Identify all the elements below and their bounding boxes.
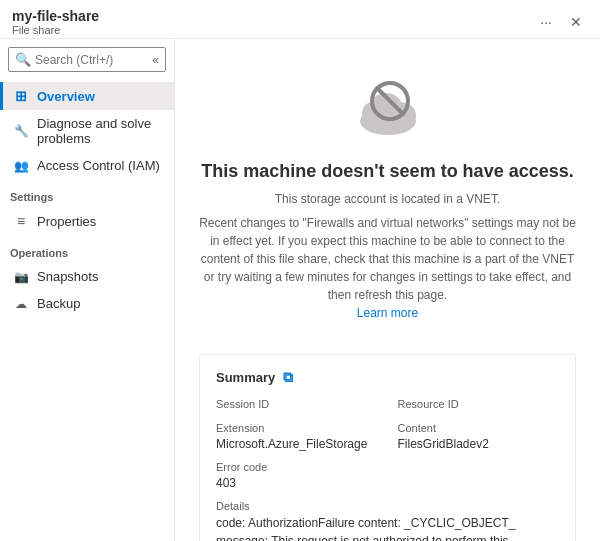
resource-id-field: Resource ID [398,398,560,412]
vnet-message: This storage account is located in a VNE… [199,192,576,206]
learn-more-link[interactable]: Learn more [357,306,418,320]
extension-label: Extension [216,422,378,434]
title-bar: my-file-share File share ··· ✕ [0,0,600,39]
sidebar-item-backup[interactable]: ☁ Backup [0,290,174,317]
search-input[interactable] [35,53,144,67]
overview-icon: ⊞ [13,88,29,104]
error-code-label: Error code [216,461,378,473]
main-content: This machine doesn't seem to have access… [175,39,600,541]
access-desc-text: Recent changes to "Firewalls and virtual… [199,216,576,302]
content-field: Content FilesGridBladev2 [398,422,560,451]
summary-card: Summary ⧉ Session ID Resource ID Extensi… [199,354,576,541]
search-icon: 🔍 [15,52,31,67]
title-bar-actions: ··· ✕ [536,12,588,32]
sidebar-item-iam[interactable]: 👥 Access Control (IAM) [0,152,174,179]
sidebar-item-diagnose[interactable]: 🔧 Diagnose and solve problems [0,110,174,152]
content-label: Content [398,422,560,434]
sidebar-item-label: Snapshots [37,269,98,284]
ellipsis-icon[interactable]: ··· [536,12,556,32]
session-id-field: Session ID [216,398,378,412]
sidebar-item-label: Overview [37,89,95,104]
sidebar-item-label: Diagnose and solve problems [37,116,164,146]
details-label: Details [216,500,559,512]
diagnose-icon: 🔧 [13,124,29,138]
access-denied-section: This machine doesn't seem to have access… [199,59,576,338]
sidebar-item-overview[interactable]: ⊞ Overview [0,82,174,110]
summary-grid: Session ID Resource ID Extension Microso… [216,398,559,490]
sidebar-item-label: Backup [37,296,80,311]
close-button[interactable]: ✕ [564,12,588,32]
window-title: my-file-share [12,8,99,24]
backup-icon: ☁ [13,297,29,311]
error-code-field: Error code 403 [216,461,378,490]
details-section: Details code: AuthorizationFailure conte… [216,500,559,541]
content-value: FilesGridBladev2 [398,437,489,451]
resource-id-label: Resource ID [398,398,560,410]
details-text: code: AuthorizationFailure content: _CYC… [216,514,559,541]
properties-icon: ≡ [13,213,29,229]
summary-header: Summary ⧉ [216,369,559,386]
copy-icon[interactable]: ⧉ [283,369,293,386]
sidebar-item-label: Access Control (IAM) [37,158,160,173]
collapse-icon[interactable]: « [152,53,159,67]
main-layout: 🔍 « ⊞ Overview 🔧 Diagnose and solve prob… [0,39,600,541]
sidebar-item-snapshots[interactable]: 📷 Snapshots [0,263,174,290]
extension-field: Extension Microsoft.Azure_FileStorage [216,422,378,451]
sidebar-item-label: Properties [37,214,96,229]
sidebar: 🔍 « ⊞ Overview 🔧 Diagnose and solve prob… [0,39,175,541]
operations-section-label: Operations [0,235,174,263]
title-bar-left: my-file-share File share [12,8,99,36]
session-id-label: Session ID [216,398,378,410]
iam-icon: 👥 [13,159,29,173]
window-subtitle: File share [12,24,99,36]
search-box[interactable]: 🔍 « [8,47,166,72]
summary-title: Summary [216,370,275,385]
settings-section-label: Settings [0,179,174,207]
snapshots-icon: 📷 [13,270,29,284]
access-description: Recent changes to "Firewalls and virtual… [199,214,576,322]
sidebar-item-properties[interactable]: ≡ Properties [0,207,174,235]
access-title: This machine doesn't seem to have access… [199,161,576,182]
extension-value: Microsoft.Azure_FileStorage [216,437,367,451]
access-denied-icon [348,69,428,149]
error-code-value: 403 [216,476,236,490]
